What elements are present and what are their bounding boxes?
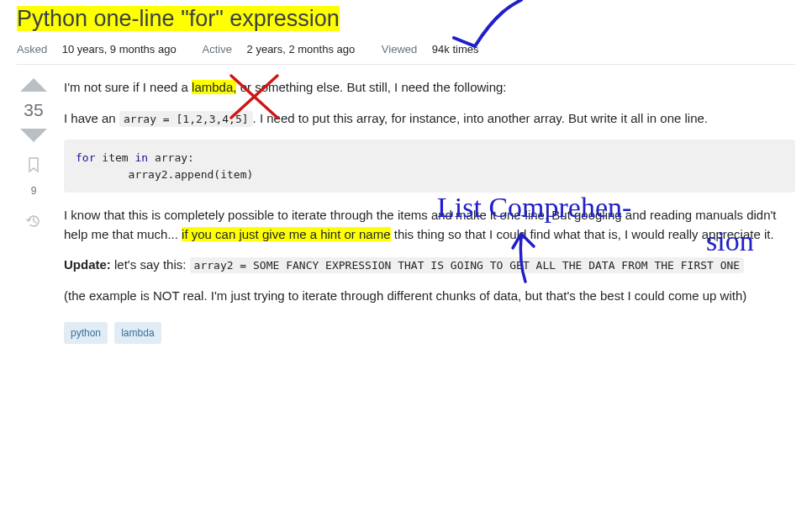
body-paragraph: Update: let's say this: array2 = SOME FA… <box>64 256 795 275</box>
tag-python[interactable]: python <box>64 322 108 344</box>
code-block: for item in array: array2.append(item) <box>64 140 795 193</box>
body-paragraph: (the example is NOT real. I'm just tryin… <box>64 287 795 306</box>
body-paragraph: I have an array = [1,2,3,4,5]. I need to… <box>64 109 795 129</box>
vote-column: 35 9 <box>17 78 50 344</box>
inline-code: array = [1,2,3,4,5] <box>119 111 253 127</box>
question-body: I'm not sure if I need a lambda, or some… <box>64 78 795 344</box>
page-title: Python one-line "for" expression <box>17 2 795 36</box>
question-meta: Asked 10 years, 9 months ago Active 2 ye… <box>17 41 795 66</box>
body-paragraph: I know that this is completely possible … <box>64 206 795 244</box>
bookmark-count: 9 <box>31 183 37 198</box>
downvote-button[interactable] <box>20 129 47 142</box>
tag-lambda[interactable]: lambda <box>114 322 161 344</box>
bookmark-icon[interactable] <box>27 157 40 178</box>
inline-code: array2 = SOME FANCY EXPRESSION THAT IS G… <box>190 257 745 273</box>
tag-list: python lambda <box>64 322 795 344</box>
vote-score: 35 <box>24 97 43 124</box>
history-icon[interactable] <box>26 214 41 235</box>
upvote-button[interactable] <box>20 78 47 92</box>
body-paragraph: I'm not sure if I need a lambda, or some… <box>64 78 795 98</box>
